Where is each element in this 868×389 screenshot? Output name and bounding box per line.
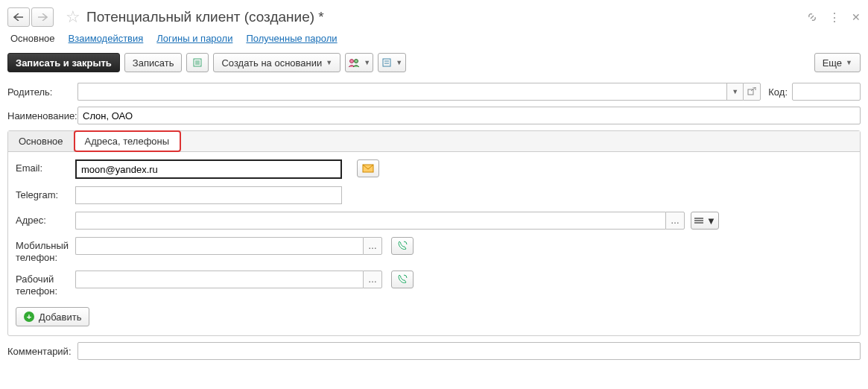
work-phone-label: Рабочий телефон: [16, 271, 75, 297]
svg-rect-9 [748, 89, 753, 95]
svg-rect-6 [383, 59, 390, 66]
email-send-button[interactable] [357, 159, 379, 177]
toolbar: Записать и закрыть Записать Создать на о… [7, 53, 861, 72]
code-input[interactable] [792, 83, 861, 101]
contact-panel: Основное Адреса, телефоны Email: Telegra… [7, 130, 861, 336]
arrow-left-icon [13, 13, 24, 21]
more-label: Еще [823, 57, 842, 69]
nav-tabs: Основное Взаимодействия Логины и пароли … [7, 33, 861, 44]
create-based-button[interactable]: Создать на основании ▼ [213, 53, 340, 72]
document-icon [381, 57, 392, 68]
phone-icon [396, 240, 408, 252]
page-title: Потенциальный клиент (создание) * [86, 9, 806, 25]
forward-button[interactable] [31, 7, 54, 27]
arrow-right-icon [37, 13, 48, 21]
tab-main[interactable]: Основное [10, 33, 55, 44]
name-label: Наименование: [7, 110, 77, 121]
more-button[interactable]: Еще ▼ [814, 53, 861, 72]
comment-row: Комментарий: [7, 342, 861, 360]
email-input[interactable] [75, 159, 342, 179]
create-based-label: Создать на основании [221, 57, 322, 69]
address-ellipsis-button[interactable]: … [665, 212, 685, 230]
envelope-icon [362, 164, 374, 173]
users-icon [348, 57, 360, 68]
telegram-input[interactable] [75, 186, 342, 204]
parent-row: Родитель: ▼ Код: [7, 83, 861, 101]
sub-tabs: Основное Адреса, телефоны [8, 131, 860, 152]
chevron-down-icon: ▼ [396, 59, 402, 66]
comment-input[interactable] [77, 342, 861, 360]
close-icon[interactable]: ✕ [852, 11, 861, 23]
telegram-label: Telegram: [16, 186, 75, 200]
mobile-call-button[interactable] [391, 237, 414, 255]
save-close-button[interactable]: Записать и закрыть [7, 53, 120, 72]
add-button-label: Добавить [39, 311, 81, 323]
mobile-phone-row: Мобильный телефон: … [16, 237, 852, 263]
add-contact-button[interactable]: + Добавить [16, 307, 89, 326]
parent-open-button[interactable] [743, 83, 761, 101]
back-button[interactable] [7, 7, 30, 27]
sub-tab-addresses[interactable]: Адреса, телефоны [75, 131, 181, 151]
favorite-star-icon[interactable]: ☆ [66, 7, 80, 27]
sub-tab-main[interactable]: Основное [8, 131, 75, 151]
work-call-button[interactable] [391, 271, 414, 288]
name-row: Наименование: [7, 107, 861, 124]
list-lines-icon [694, 217, 704, 224]
code-label: Код: [768, 86, 788, 98]
link-icon[interactable] [806, 11, 818, 23]
work-phone-input[interactable] [75, 271, 363, 288]
work-phone-row: Рабочий телефон: … [16, 271, 852, 297]
list-icon-button[interactable] [186, 53, 209, 72]
window-header: ☆ Потенциальный клиент (создание) * ⋮ ✕ [7, 7, 861, 27]
save-button[interactable]: Записать [124, 53, 183, 72]
work-ellipsis-button[interactable]: … [363, 271, 382, 288]
name-input[interactable] [77, 107, 861, 124]
chevron-down-icon: ▼ [706, 215, 716, 227]
mobile-phone-input[interactable] [75, 237, 363, 255]
mobile-ellipsis-button[interactable]: … [363, 237, 382, 255]
chevron-down-icon: ▼ [326, 59, 332, 66]
address-row: Адрес: … ▼ [16, 212, 852, 230]
users-icon-button[interactable]: ▼ [345, 53, 373, 72]
chevron-down-icon: ▼ [846, 59, 852, 66]
tab-logins[interactable]: Логины и пароли [156, 33, 232, 44]
mobile-phone-label: Мобильный телефон: [16, 237, 75, 263]
parent-dropdown-button[interactable]: ▼ [726, 83, 743, 101]
address-list-button[interactable]: ▼ [691, 212, 719, 230]
svg-point-4 [350, 60, 354, 63]
phone-icon [396, 273, 408, 285]
parent-label: Родитель: [7, 86, 77, 98]
tab-interactions[interactable]: Взаимодействия [69, 33, 144, 44]
chevron-down-icon: ▼ [364, 59, 370, 66]
email-label: Email: [16, 159, 75, 174]
plus-icon: + [24, 311, 34, 322]
parent-input[interactable] [77, 83, 726, 101]
telegram-row: Telegram: [16, 186, 852, 204]
email-row: Email: [16, 159, 852, 179]
address-input[interactable] [75, 212, 665, 230]
kebab-menu-icon[interactable]: ⋮ [829, 10, 841, 25]
address-label: Адрес: [16, 212, 75, 226]
list-icon [192, 57, 203, 68]
svg-point-5 [355, 60, 358, 63]
open-external-icon [747, 87, 756, 96]
nav-group [7, 7, 55, 27]
form-icon-button[interactable]: ▼ [378, 53, 406, 72]
comment-label: Комментарий: [7, 346, 77, 357]
tab-received-passwords[interactable]: Полученные пароли [246, 33, 337, 44]
